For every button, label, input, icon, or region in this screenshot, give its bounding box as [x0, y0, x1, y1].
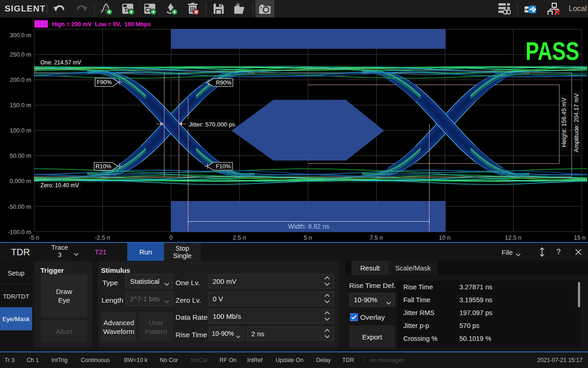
svg-text:200.0 m: 200.0 m — [10, 76, 31, 83]
svg-text:-100.0 m: -100.0 m — [8, 229, 31, 236]
svg-text:R90%: R90% — [216, 80, 232, 86]
svg-text:0.000 m: 0.000 m — [10, 178, 31, 184]
svg-text:0: 0 — [169, 234, 172, 241]
svg-text:Jitter: 570.000 ps: Jitter: 570.000 ps — [189, 121, 236, 128]
svg-text:5 n: 5 n — [304, 234, 312, 241]
svg-text:150.0 m: 150.0 m — [10, 102, 31, 109]
svg-text:7.5 n: 7.5 n — [370, 234, 383, 241]
svg-text:Amplitude: 204.17 mV: Amplitude: 204.17 mV — [573, 93, 580, 152]
svg-text:10 n: 10 n — [439, 234, 450, 241]
svg-text:Zero: 10.40 mV: Zero: 10.40 mV — [40, 182, 79, 189]
svg-text:Tr 3: Tr 3 — [36, 20, 46, 27]
svg-text:F10%: F10% — [216, 163, 231, 170]
svg-text:-5 n: -5 n — [29, 234, 39, 241]
svg-text:250.0 m: 250.0 m — [10, 51, 31, 58]
svg-text:F90%: F90% — [97, 79, 112, 86]
svg-text:2.5 n: 2.5 n — [233, 234, 246, 241]
svg-text:50.00 m: 50.00 m — [10, 152, 31, 159]
svg-text:15 n: 15 n — [574, 234, 585, 241]
svg-text:One: 214.57 mV: One: 214.57 mV — [40, 59, 82, 66]
svg-text:High = 200 mV Low = 0V, 100: High = 200 mV Low = 0V, 100 Mbps — [52, 21, 151, 28]
svg-text:H: H — [525, 7, 528, 12]
svg-text:PASS: PASS — [526, 36, 579, 65]
svg-text:Width: 8.82 ns: Width: 8.82 ns — [288, 223, 329, 230]
svg-text:-50.00 m: -50.00 m — [8, 203, 31, 210]
svg-text:Height: 156.45 mV: Height: 156.45 mV — [560, 98, 567, 147]
svg-text:-2.5 n: -2.5 n — [95, 234, 110, 241]
svg-text:R10%: R10% — [96, 163, 111, 170]
svg-text:100.0 m: 100.0 m — [10, 127, 31, 134]
svg-text:12.5 n: 12.5 n — [505, 234, 521, 241]
svg-text:300.0 m: 300.0 m — [10, 32, 31, 39]
